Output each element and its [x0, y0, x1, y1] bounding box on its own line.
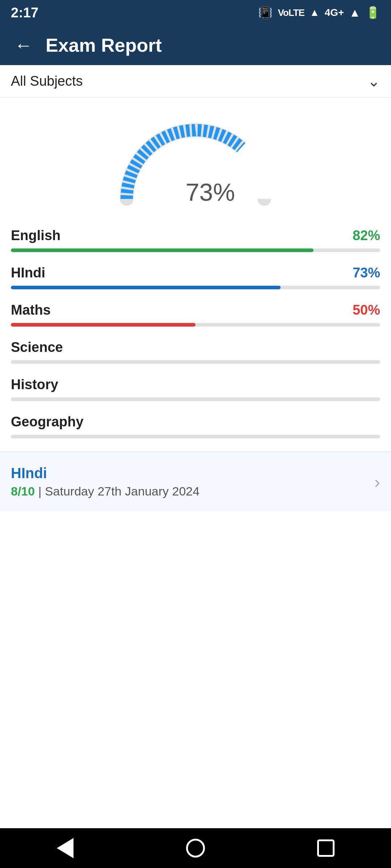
- subject-name: Science: [11, 340, 63, 355]
- subject-item: Geography: [11, 414, 380, 438]
- subject-name: HIndi: [11, 265, 45, 281]
- recent-exam-content: HIndi 8/10 | Saturday 27th January 2024: [11, 465, 199, 498]
- subject-item: History: [11, 377, 380, 401]
- subjects-list: English82%HIndi73%Maths50%ScienceHistory…: [0, 221, 391, 438]
- status-time: 2:17: [11, 5, 38, 21]
- chevron-down-icon: ⌄: [367, 72, 380, 90]
- gauge-percent-label: 73%: [186, 178, 235, 206]
- subject-name: English: [11, 228, 60, 243]
- header: ← Exam Report: [0, 25, 391, 65]
- recent-exam-score: 8/10: [11, 484, 35, 498]
- subject-dropdown[interactable]: All Subjects ⌄: [0, 65, 391, 98]
- recent-exam-meta: 8/10 | Saturday 27th January 2024: [11, 484, 199, 498]
- back-button[interactable]: ←: [14, 36, 33, 54]
- signal-icon: ▲: [349, 6, 361, 20]
- subject-item: Maths50%: [11, 302, 380, 327]
- gauge-container: 73%: [116, 116, 275, 210]
- progress-bar-bg: [11, 435, 380, 438]
- subject-name: Maths: [11, 302, 51, 318]
- recent-exam-card[interactable]: HIndi 8/10 | Saturday 27th January 2024 …: [0, 451, 391, 511]
- subject-header: Geography: [11, 414, 380, 430]
- recent-exam-subject: HIndi: [11, 465, 199, 481]
- subject-name: History: [11, 377, 58, 392]
- subject-name: Geography: [11, 414, 84, 430]
- subject-header: HIndi73%: [11, 265, 380, 281]
- progress-bar-bg: [11, 360, 380, 364]
- recent-exam-separator: |: [38, 484, 45, 498]
- subject-percent: 73%: [353, 265, 380, 281]
- home-circle-icon: [186, 839, 205, 858]
- nav-bar: [0, 828, 391, 868]
- subject-item: Science: [11, 340, 380, 364]
- progress-bar-bg: [11, 323, 380, 327]
- progress-bar-bg: [11, 248, 380, 252]
- status-bar: 2:17 📳 VoLTE ▲ 4G+ ▲ 🔋: [0, 0, 391, 25]
- wifi-icon: ▲: [310, 7, 320, 18]
- gauge-section: 73%: [0, 98, 391, 221]
- recent-exam-date: Saturday 27th January 2024: [45, 484, 199, 498]
- subject-header: English82%: [11, 228, 380, 243]
- nav-home-button[interactable]: [181, 834, 210, 863]
- nav-recent-button[interactable]: [311, 834, 340, 863]
- volte-icon: VoLTE: [278, 7, 304, 18]
- recent-square-icon: [317, 839, 335, 857]
- progress-bar-fill: [11, 248, 314, 252]
- battery-icon: 🔋: [366, 6, 380, 20]
- subject-percent: 50%: [353, 302, 380, 318]
- subject-item: HIndi73%: [11, 265, 380, 289]
- subject-header: Science: [11, 340, 380, 355]
- back-triangle-icon: [57, 838, 73, 858]
- progress-bar-fill: [11, 323, 196, 327]
- subject-percent: 82%: [353, 228, 380, 243]
- subject-header: History: [11, 377, 380, 392]
- chevron-right-icon: ›: [374, 472, 380, 492]
- subject-dropdown-label: All Subjects: [11, 73, 83, 89]
- progress-bar-bg: [11, 397, 380, 401]
- subject-header: Maths50%: [11, 302, 380, 318]
- nav-back-button[interactable]: [51, 834, 80, 863]
- progress-bar-fill: [11, 286, 281, 289]
- status-icons: 📳 VoLTE ▲ 4G+ ▲ 🔋: [258, 6, 380, 20]
- progress-bar-bg: [11, 286, 380, 289]
- vibrate-icon: 📳: [258, 6, 273, 20]
- 4g-icon: 4G+: [325, 7, 344, 18]
- page-title: Exam Report: [46, 34, 162, 56]
- subject-item: English82%: [11, 228, 380, 252]
